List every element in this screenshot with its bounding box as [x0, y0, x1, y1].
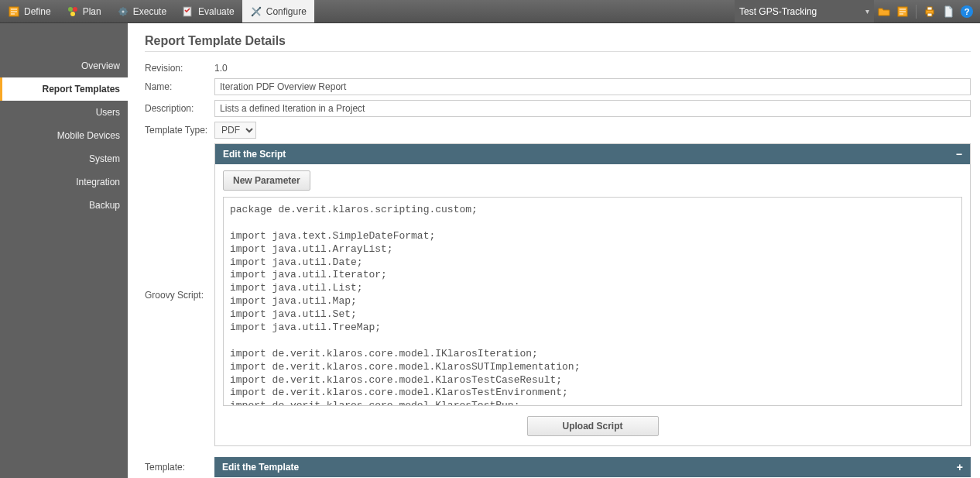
separator	[916, 5, 917, 19]
sidebar-item-system[interactable]: System	[0, 147, 128, 170]
svg-point-3	[70, 12, 75, 16]
upload-script-button[interactable]: Upload Script	[527, 416, 659, 436]
sidebar-item-label: Backup	[89, 200, 120, 211]
revision-value: 1.0	[214, 63, 228, 74]
script-panel-title: Edit the Script	[223, 149, 286, 160]
chevron-down-icon: ▾	[859, 7, 869, 15]
sidebar-item-overview[interactable]: Overview	[0, 54, 128, 77]
template-type-select[interactable]: PDF	[214, 122, 256, 139]
sidebar-item-mobile-devices[interactable]: Mobile Devices	[0, 124, 128, 147]
svg-point-5	[122, 10, 124, 12]
nav-define[interactable]: Define	[0, 0, 59, 22]
name-row: Name:	[145, 78, 971, 95]
sidebar-item-label: Integration	[76, 177, 120, 187]
nav-define-label: Define	[24, 6, 51, 17]
collapse-icon[interactable]: −	[956, 148, 962, 160]
sidebar-item-label: Mobile Devices	[57, 130, 120, 141]
evaluate-icon	[182, 5, 194, 18]
description-label: Description:	[145, 103, 214, 114]
sidebar-item-backup[interactable]: Backup	[0, 194, 128, 217]
sidebar-item-label: Users	[96, 107, 120, 118]
template-row: Template: Edit the Template +	[145, 457, 971, 477]
configure-icon	[250, 5, 262, 18]
page-title: Report Template Details	[145, 34, 971, 48]
template-type-row: Template Type: PDF	[145, 122, 971, 139]
folder-icon[interactable]	[875, 3, 893, 20]
svg-text:?: ?	[965, 7, 970, 16]
svg-point-1	[68, 7, 73, 12]
template-panel: Edit the Template +	[214, 457, 971, 477]
description-input[interactable]	[214, 100, 971, 117]
help-icon[interactable]: ?	[958, 3, 975, 20]
main-content: Report Template Details Revision: 1.0 Na…	[128, 23, 980, 478]
top-nav: Define Plan Execute Evaluate Configure	[0, 0, 980, 23]
document-icon[interactable]	[940, 3, 957, 20]
template-panel-title: Edit the Template	[222, 462, 299, 473]
nav-configure[interactable]: Configure	[242, 0, 314, 22]
sidebar-item-integration[interactable]: Integration	[0, 170, 128, 194]
groovy-row: Groovy Script: Edit the Script − New Par…	[145, 143, 971, 446]
template-panel-header[interactable]: Edit the Template +	[214, 457, 971, 477]
sidebar-item-label: Overview	[81, 60, 120, 71]
notes-icon[interactable]	[894, 3, 911, 20]
script-panel: Edit the Script − New Parameter Upload S…	[214, 143, 971, 446]
title-divider	[145, 51, 971, 52]
topnav-right: Test GPS-Tracking ▾ ?	[735, 0, 980, 22]
nav-plan[interactable]: Plan	[59, 0, 109, 22]
name-input[interactable]	[214, 78, 971, 95]
revision-label: Revision:	[145, 63, 214, 74]
description-row: Description:	[145, 100, 971, 117]
svg-rect-12	[927, 13, 932, 16]
template-label: Template:	[145, 462, 214, 473]
nav-execute-label: Execute	[133, 6, 166, 17]
svg-point-2	[73, 7, 77, 12]
nav-plan-label: Plan	[83, 6, 101, 17]
script-panel-body: New Parameter Upload Script	[215, 164, 970, 445]
topnav-spacer	[314, 0, 735, 22]
svg-point-7	[252, 14, 253, 15]
plan-icon	[67, 5, 79, 18]
project-name: Test GPS-Tracking	[739, 6, 817, 17]
sidebar-item-label: System	[89, 153, 120, 164]
sidebar-item-report-templates[interactable]: Report Templates	[0, 77, 128, 101]
upload-row: Upload Script	[223, 408, 962, 439]
svg-point-8	[259, 6, 261, 8]
sidebar-item-label: Report Templates	[43, 84, 120, 95]
main-container: Overview Report Templates Users Mobile D…	[0, 23, 980, 478]
revision-row: Revision: 1.0	[145, 63, 971, 74]
svg-rect-11	[927, 7, 932, 10]
topnav-tabs: Define Plan Execute Evaluate Configure	[0, 0, 314, 22]
sidebar-item-users[interactable]: Users	[0, 101, 128, 124]
nav-configure-label: Configure	[266, 6, 307, 17]
sidebar: Overview Report Templates Users Mobile D…	[0, 23, 128, 478]
template-type-label: Template Type:	[145, 125, 214, 136]
script-panel-header[interactable]: Edit the Script −	[215, 144, 970, 164]
expand-icon[interactable]: +	[957, 461, 963, 473]
execute-icon	[117, 5, 129, 18]
groovy-code-editor[interactable]	[223, 197, 962, 406]
name-label: Name:	[145, 81, 214, 92]
nav-evaluate-label: Evaluate	[198, 6, 235, 17]
project-dropdown[interactable]: Test GPS-Tracking ▾	[735, 0, 874, 22]
nav-evaluate[interactable]: Evaluate	[174, 0, 242, 22]
print-icon[interactable]	[921, 3, 938, 20]
groovy-label: Groovy Script:	[145, 290, 214, 301]
define-icon	[8, 5, 20, 18]
nav-execute[interactable]: Execute	[109, 0, 174, 22]
new-parameter-button[interactable]: New Parameter	[223, 170, 310, 191]
